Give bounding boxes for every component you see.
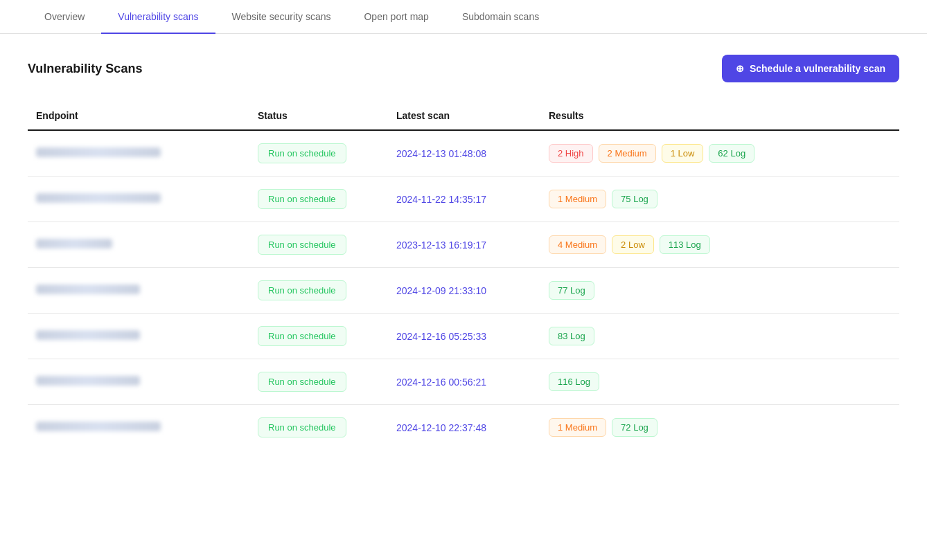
result-badge-log: 75 Log (612, 190, 657, 208)
latest-scan-cell: 2024-12-16 05:25:33 (388, 314, 540, 359)
status-badge: Run on schedule (258, 189, 346, 209)
latest-scan-cell: 2024-12-10 22:37:48 (388, 405, 540, 451)
latest-scan-cell: 2024-12-16 00:56:21 (388, 359, 540, 405)
tabs-nav: Overview Vulnerability scans Website sec… (0, 0, 927, 34)
tab-website-security-scans[interactable]: Website security scans (215, 0, 348, 33)
result-badge-medium: 1 Medium (549, 418, 606, 437)
tab-open-port-map[interactable]: Open port map (347, 0, 445, 33)
scan-date: 2024-12-10 22:37:48 (396, 422, 486, 433)
scan-date: 2024-12-13 01:48:08 (396, 148, 486, 159)
endpoint-cell (28, 222, 249, 268)
status-cell: Run on schedule (249, 405, 388, 451)
table-row[interactable]: Run on schedule2024-12-13 01:48:082 High… (28, 130, 899, 177)
status-badge: Run on schedule (258, 372, 346, 392)
results-cell: 2 High2 Medium1 Low62 Log (540, 130, 899, 177)
result-badge-log: 77 Log (549, 281, 594, 300)
latest-scan-cell: 2024-12-09 21:33:10 (388, 268, 540, 314)
latest-scan-cell: 2024-11-22 14:35:17 (388, 177, 540, 222)
tab-subdomain-scans[interactable]: Subdomain scans (445, 0, 556, 33)
result-badge-medium: 4 Medium (549, 235, 606, 254)
status-cell: Run on schedule (249, 359, 388, 405)
result-badge-low: 1 Low (662, 144, 704, 163)
status-badge: Run on schedule (258, 235, 346, 255)
table-row[interactable]: Run on schedule2024-12-16 00:56:21116 Lo… (28, 359, 899, 405)
status-cell: Run on schedule (249, 222, 388, 268)
scan-date: 2024-12-09 21:33:10 (396, 285, 486, 296)
result-badge-high: 2 High (549, 144, 593, 163)
status-badge: Run on schedule (258, 417, 346, 437)
table-row[interactable]: Run on schedule2024-12-10 22:37:481 Medi… (28, 405, 899, 451)
status-badge: Run on schedule (258, 326, 346, 346)
results-cell: 4 Medium2 Low113 Log (540, 222, 899, 268)
page-title: Vulnerability Scans (28, 62, 142, 76)
scan-date: 2024-12-16 05:25:33 (396, 331, 486, 342)
result-badge-medium: 2 Medium (599, 144, 656, 163)
schedule-scan-button[interactable]: ⊕ Schedule a vulnerability scan (722, 55, 899, 82)
plus-icon: ⊕ (736, 63, 744, 74)
table-row[interactable]: Run on schedule2023-12-13 16:19:174 Medi… (28, 222, 899, 268)
col-status: Status (249, 103, 388, 130)
endpoint-cell (28, 314, 249, 359)
endpoint-cell (28, 130, 249, 177)
latest-scan-cell: 2023-12-13 16:19:17 (388, 222, 540, 268)
table-header-row: Endpoint Status Latest scan Results (28, 103, 899, 130)
results-cell: 77 Log (540, 268, 899, 314)
vulnerability-scans-table: Endpoint Status Latest scan Results Run … (28, 103, 899, 450)
results-cell: 116 Log (540, 359, 899, 405)
endpoint-cell (28, 405, 249, 451)
status-badge: Run on schedule (258, 280, 346, 300)
tab-overview[interactable]: Overview (28, 0, 101, 33)
table-row[interactable]: Run on schedule2024-12-09 21:33:1077 Log (28, 268, 899, 314)
result-badge-log: 83 Log (549, 327, 594, 345)
latest-scan-cell: 2024-12-13 01:48:08 (388, 130, 540, 177)
result-badge-log: 116 Log (549, 372, 599, 391)
result-badge-log: 62 Log (709, 144, 754, 163)
status-cell: Run on schedule (249, 314, 388, 359)
status-cell: Run on schedule (249, 268, 388, 314)
col-results: Results (540, 103, 899, 130)
results-cell: 83 Log (540, 314, 899, 359)
result-badge-low: 2 Low (612, 235, 654, 254)
endpoint-cell (28, 268, 249, 314)
scan-date: 2024-11-22 14:35:17 (396, 194, 486, 205)
endpoint-cell (28, 359, 249, 405)
status-cell: Run on schedule (249, 130, 388, 177)
col-endpoint: Endpoint (28, 103, 249, 130)
scan-date: 2023-12-13 16:19:17 (396, 240, 486, 251)
status-cell: Run on schedule (249, 177, 388, 222)
result-badge-log: 113 Log (660, 235, 710, 254)
tab-vulnerability-scans[interactable]: Vulnerability scans (101, 0, 215, 33)
scan-date: 2024-12-16 00:56:21 (396, 377, 486, 388)
results-cell: 1 Medium72 Log (540, 405, 899, 451)
col-latest-scan: Latest scan (388, 103, 540, 130)
result-badge-log: 72 Log (612, 418, 657, 437)
schedule-button-label: Schedule a vulnerability scan (750, 63, 885, 74)
results-cell: 1 Medium75 Log (540, 177, 899, 222)
page-header: Vulnerability Scans ⊕ Schedule a vulnera… (28, 55, 899, 82)
endpoint-cell (28, 177, 249, 222)
main-content: Vulnerability Scans ⊕ Schedule a vulnera… (0, 34, 927, 471)
result-badge-medium: 1 Medium (549, 190, 606, 208)
table-row[interactable]: Run on schedule2024-11-22 14:35:171 Medi… (28, 177, 899, 222)
table-row[interactable]: Run on schedule2024-12-16 05:25:3383 Log (28, 314, 899, 359)
status-badge: Run on schedule (258, 143, 346, 163)
